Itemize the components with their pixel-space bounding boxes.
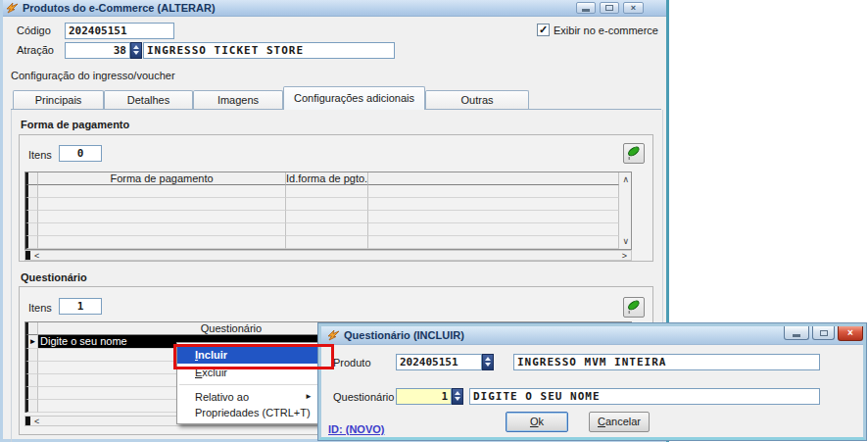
scroll-left-icon[interactable]: < (34, 252, 39, 261)
tab-detalhes[interactable]: Detalhes (104, 90, 193, 110)
minimize-button[interactable] (576, 2, 596, 14)
tab-configuracoes-adicionais[interactable]: Configurações adicionais (283, 86, 425, 110)
table-row (25, 211, 631, 223)
maximize-button[interactable] (812, 326, 835, 340)
close-button[interactable]: × (623, 2, 644, 14)
menu-item-relativo-ao[interactable]: Relativo ao► (177, 389, 322, 405)
atracao-spinner[interactable] (130, 42, 142, 59)
cancel-button[interactable]: Cancelar (589, 412, 650, 432)
id-novo-link[interactable]: ID: (NOVO) (328, 423, 384, 435)
ecommerce-checkbox[interactable]: ✓ (537, 24, 550, 36)
ok-button[interactable]: Ok (506, 412, 568, 432)
spinner-down-icon (455, 397, 460, 401)
menu-separator (179, 384, 320, 386)
payment-table: Forma de pagamento Id.forma de pgto. ∧ ∨ (24, 172, 632, 250)
scroll-down-icon[interactable]: ∨ (622, 237, 629, 246)
scroll-left-icon[interactable]: < (34, 417, 39, 426)
payment-itens-label: Itens (28, 149, 52, 161)
main-titlebar[interactable]: Produtos do e-Commerce (ALTERAR) × (3, 0, 666, 17)
pencil-icon (624, 298, 642, 314)
questionario-spinner[interactable] (452, 388, 463, 405)
spinner-up-icon (485, 357, 491, 361)
maximize-icon (605, 5, 613, 11)
questionario-desc-field: DIGITE O SEU NOME (469, 388, 820, 405)
close-icon: × (631, 3, 636, 13)
spinner-up-icon (133, 45, 139, 49)
minimize-button[interactable] (784, 326, 809, 340)
close-icon: × (847, 327, 853, 338)
payment-edit-button[interactable] (623, 143, 645, 164)
table-row (25, 185, 631, 198)
tab-outras[interactable]: Outras (425, 90, 529, 110)
spinner-up-icon (455, 391, 460, 395)
questionnaire-itens-label: Itens (28, 302, 52, 314)
table-row (25, 198, 631, 211)
hscroll-thumb[interactable] (25, 251, 30, 260)
app-icon (327, 329, 340, 343)
dialog-title: Questionário (INCLUIR) (344, 327, 464, 343)
spinner-down-icon (133, 51, 139, 55)
screenshot-stage: Produtos do e-Commerce (ALTERAR) × Códig… (0, 0, 868, 442)
dialog-titlebar[interactable]: Questionário (INCLUIR) (321, 326, 863, 345)
app-icon (6, 2, 19, 16)
hscroll-thumb[interactable] (25, 417, 30, 425)
submenu-arrow-icon: ► (305, 389, 313, 405)
payment-table-header: Forma de pagamento Id.forma de pgto. (25, 172, 631, 185)
questionnaire-itens-field: 1 (59, 298, 102, 315)
col-id-forma-pgto[interactable]: Id.forma de pgto. (286, 172, 368, 185)
scroll-up-icon[interactable]: ∧ (622, 175, 629, 184)
dialog-questionario-incluir: Questionário (INCLUIR) × Produto 2024051… (318, 323, 866, 440)
menu-item-propriedades[interactable]: Propriedades (CTRL+T) (177, 405, 322, 420)
questionario-field[interactable]: 1 (396, 388, 452, 405)
payment-hscrollbar[interactable]: < > (24, 250, 632, 261)
maximize-button[interactable] (600, 2, 619, 14)
section-label: Configuração do ingresso/voucher (11, 70, 175, 81)
produto-label: Produto (333, 357, 371, 368)
questionnaire-group-label: Questionário (21, 271, 87, 283)
row-gutter (25, 172, 38, 185)
table-row (25, 223, 631, 236)
produto-field[interactable]: 202405151 (396, 354, 482, 370)
row-marker-icon: ► (25, 335, 38, 349)
minimize-icon (793, 334, 800, 337)
payment-itens-field: 0 (59, 145, 102, 162)
maximize-icon (820, 330, 828, 336)
annotation-red-box (173, 344, 334, 369)
tab-imagens[interactable]: Imagens (193, 90, 283, 110)
row-gutter (25, 322, 38, 335)
col-empty (368, 172, 619, 185)
scroll-right-icon[interactable]: > (622, 252, 627, 261)
minimize-icon (582, 9, 590, 12)
questionario-label: Questionário (333, 391, 394, 403)
payment-group-label: Forma de pagamento (21, 119, 129, 130)
codigo-field[interactable]: 202405151 (65, 23, 174, 39)
codigo-label: Código (17, 25, 51, 36)
col-forma-pagamento[interactable]: Forma de pagamento (38, 172, 286, 185)
main-window-title: Produtos do e-Commerce (ALTERAR) (23, 0, 216, 16)
table-row (25, 236, 631, 249)
produto-desc-field: INGRESSO MVM INTEIRA (513, 354, 820, 370)
atracao-desc-field: INGRESSO TICKET STORE (143, 42, 395, 59)
atracao-field[interactable]: 38 (65, 42, 130, 59)
produto-spinner[interactable] (482, 354, 494, 370)
questionnaire-edit-button[interactable] (623, 297, 645, 318)
spinner-down-icon (485, 363, 491, 367)
close-button[interactable]: × (838, 326, 863, 341)
pencil-icon (624, 144, 642, 160)
atracao-label: Atração (17, 44, 54, 56)
tab-principais[interactable]: Principais (13, 90, 104, 110)
ecommerce-checkbox-label: Exibir no e-commerce (554, 25, 658, 36)
check-icon: ✓ (539, 24, 548, 35)
